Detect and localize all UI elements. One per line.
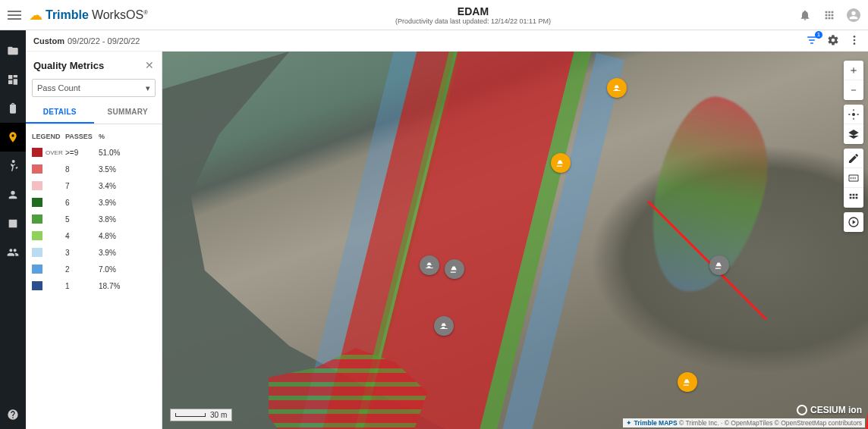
nav-help[interactable]	[0, 400, 26, 429]
dropdown-value: Pass Count	[37, 83, 80, 92]
user-avatar[interactable]	[847, 8, 860, 22]
more-menu-icon[interactable]	[848, 34, 860, 48]
nav-report[interactable]	[0, 209, 26, 238]
svg-point-1	[854, 39, 856, 41]
tab-details[interactable]: DETAILS	[26, 102, 94, 124]
map-viewport[interactable]: ＋ － 30 m CESIUM ion ✦ Trimble MAPS © Tri…	[162, 52, 868, 429]
scale-bar: 30 m	[170, 409, 232, 421]
legend-row: 53.8%	[32, 211, 156, 227]
edit-button[interactable]	[844, 149, 863, 168]
legend-row: 44.8%	[32, 227, 156, 244]
machine-marker[interactable]	[445, 259, 464, 279]
quality-metrics-panel: Quality Metrics ✕ Pass Count ▾ DETAILS S…	[26, 52, 162, 429]
svg-point-2	[854, 42, 856, 45]
col-legend: LEGEND	[32, 133, 65, 140]
nav-people[interactable]	[0, 238, 26, 267]
layers-button[interactable]	[844, 124, 863, 144]
nav-folder[interactable]	[0, 36, 26, 65]
brand-trimble: Trimble	[46, 8, 89, 22]
play-button[interactable]	[844, 212, 863, 232]
brand-product: WorksOS®	[92, 8, 148, 22]
legend-row: 73.4%	[32, 177, 156, 194]
last-updated: (Productivity data last updated: 12/14/2…	[148, 17, 798, 25]
menu-toggle[interactable]	[8, 11, 21, 20]
legend-row: OVER>=951.0%	[32, 144, 156, 161]
locate-button[interactable]	[844, 105, 863, 124]
scale-label: 30 m	[210, 411, 227, 419]
legend-row: 63.9%	[32, 194, 156, 211]
zoom-in-button[interactable]: ＋	[844, 61, 863, 80]
map-controls: ＋ －	[844, 61, 863, 232]
machine-marker[interactable]	[678, 372, 697, 392]
nav-activity[interactable]	[0, 152, 26, 180]
machine-marker[interactable]	[434, 316, 454, 336]
cloud-icon: ☁	[29, 7, 42, 23]
col-pct: %	[99, 133, 156, 140]
cesium-logo: CESIUM ion	[797, 405, 862, 415]
svg-point-0	[854, 36, 856, 38]
nav-user[interactable]	[0, 180, 26, 209]
nav-dashboard[interactable]	[0, 65, 26, 94]
project-name: EDAM	[148, 5, 798, 17]
notifications-icon[interactable]	[798, 8, 812, 22]
map-attribution: ✦ Trimble MAPS © Trimble Inc. · © OpenMa…	[623, 418, 865, 427]
apps-grid-icon[interactable]	[822, 8, 836, 22]
measure-button[interactable]	[844, 168, 863, 188]
chevron-down-icon: ▾	[146, 83, 150, 93]
panel-close-icon[interactable]: ✕	[145, 59, 154, 71]
metric-dropdown[interactable]: Pass Count ▾	[32, 79, 156, 97]
settings-icon[interactable]	[827, 34, 839, 48]
brand-logo: ☁ Trimble WorksOS®	[29, 7, 148, 23]
globe-icon	[797, 405, 807, 415]
header-center: EDAM (Productivity data last updated: 12…	[148, 5, 798, 25]
filter-count-badge: 1	[815, 31, 822, 39]
legend-row: 27.0%	[32, 261, 156, 277]
top-header: ☁ Trimble WorksOS® EDAM (Productivity da…	[0, 0, 868, 30]
nav-clipboard[interactable]	[0, 94, 26, 123]
left-nav-rail	[0, 30, 26, 429]
col-passes: PASSES	[65, 133, 99, 140]
machine-marker[interactable]	[551, 153, 571, 173]
legend-row: 83.5%	[32, 161, 156, 177]
machine-marker[interactable]	[709, 255, 729, 275]
panel-tabs: DETAILS SUMMARY	[26, 102, 162, 124]
range-value: 09/20/22 - 09/20/22	[68, 36, 140, 45]
svg-point-3	[852, 113, 855, 116]
filter-button[interactable]: 1	[806, 34, 818, 48]
machine-marker[interactable]	[607, 78, 627, 98]
legend-table: LEGEND PASSES % OVER>=951.0%83.5%73.4%63…	[26, 124, 162, 299]
panel-title: Quality Metrics	[33, 60, 104, 71]
grid-button[interactable]	[844, 188, 863, 208]
tab-summary[interactable]: SUMMARY	[94, 102, 162, 124]
date-range-bar: Custom 09/20/22 - 09/20/22 1	[26, 30, 868, 52]
zoom-out-button[interactable]: －	[844, 80, 863, 100]
nav-map-pin[interactable]	[0, 123, 26, 152]
header-actions	[798, 8, 860, 22]
legend-row: 118.7%	[32, 277, 156, 294]
legend-row: 33.9%	[32, 244, 156, 261]
range-label: Custom	[33, 36, 64, 45]
